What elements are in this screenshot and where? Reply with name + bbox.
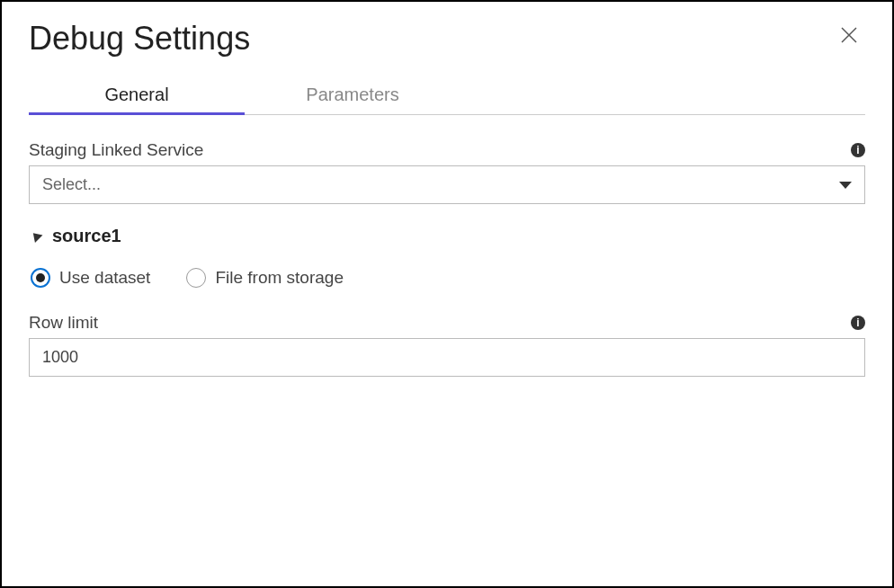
radio-icon	[186, 268, 206, 288]
row-limit-label: Row limit	[29, 313, 98, 333]
row-limit-input[interactable]	[29, 338, 865, 377]
tab-parameters[interactable]: Parameters	[245, 76, 460, 114]
radio-file-from-storage[interactable]: File from storage	[186, 268, 344, 288]
section-header-source1[interactable]: source1	[29, 226, 865, 246]
radio-dot-icon	[36, 273, 45, 282]
staging-linked-service-label: Staging Linked Service	[29, 140, 203, 160]
radio-icon	[31, 268, 50, 288]
source-type-radio-group: Use dataset File from storage	[31, 268, 865, 288]
info-icon[interactable]: i	[851, 316, 865, 330]
chevron-down-icon	[839, 182, 852, 189]
staging-linked-service-select[interactable]: Select...	[29, 165, 865, 204]
tab-general[interactable]: General	[29, 76, 245, 114]
radio-use-dataset[interactable]: Use dataset	[31, 268, 150, 288]
select-placeholder: Select...	[42, 175, 101, 194]
info-icon[interactable]: i	[851, 143, 865, 157]
section-name: source1	[52, 226, 121, 246]
radio-label: Use dataset	[59, 268, 150, 288]
page-title: Debug Settings	[29, 20, 250, 58]
tab-bar: General Parameters	[29, 76, 865, 115]
close-icon	[840, 22, 858, 49]
expand-collapse-icon	[30, 229, 43, 243]
radio-label: File from storage	[215, 268, 344, 288]
close-button[interactable]	[833, 20, 865, 52]
